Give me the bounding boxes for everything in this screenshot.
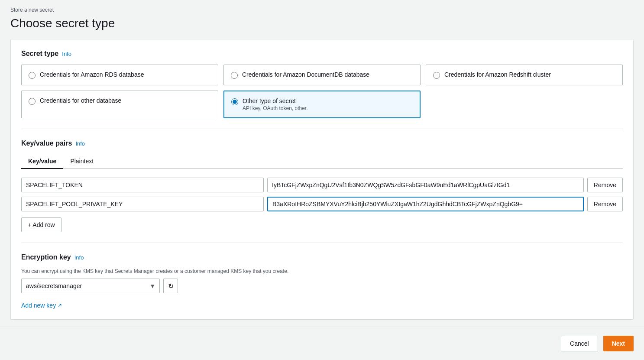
option-rds-label: Credentials for Amazon RDS database [40, 71, 144, 78]
footer-bar: Cancel Next [0, 327, 644, 360]
tab-keyvalue[interactable]: Key/value [21, 154, 63, 169]
secret-type-header: Secret type Info [21, 50, 623, 58]
page-title: Choose secret type [10, 16, 634, 30]
kv-key-1[interactable] [21, 178, 264, 192]
option-other-label: Other type of secret [243, 97, 308, 104]
radio-redshift[interactable] [433, 72, 440, 79]
kv-value-2[interactable] [267, 197, 584, 211]
add-row-button[interactable]: + Add row [21, 217, 61, 232]
encryption-select-wrap: aws/secretsmanager ▼ [21, 279, 160, 293]
add-key-link-label: Add new key [21, 302, 56, 309]
encryption-key-select[interactable]: aws/secretsmanager [21, 279, 160, 293]
encryption-description: You can encrypt using the KMS key that S… [21, 268, 623, 274]
kv-tabs: Key/value Plaintext [21, 154, 623, 169]
radio-other-db[interactable] [29, 98, 36, 105]
refresh-icon: ↻ [168, 282, 174, 290]
option-rds[interactable]: Credentials for Amazon RDS database [21, 65, 218, 85]
remove-btn-2[interactable]: Remove [587, 197, 623, 211]
section-divider-1 [21, 129, 623, 129]
option-other-sublabel: API key, OAuth token, other. [243, 105, 308, 111]
kv-rows-container: Remove Remove [21, 178, 623, 211]
option-documentdb[interactable]: Credentials for Amazon DocumentDB databa… [223, 65, 421, 85]
kv-info-link[interactable]: Info [75, 140, 85, 147]
option-documentdb-label: Credentials for Amazon DocumentDB databa… [242, 71, 369, 78]
cancel-button[interactable]: Cancel [561, 336, 598, 351]
kv-value-1[interactable] [267, 178, 584, 192]
breadcrumb: Store a new secret [10, 7, 634, 13]
add-key-link[interactable]: Add new key ↗ [21, 302, 62, 309]
external-link-icon: ↗ [58, 302, 62, 308]
encryption-info-link[interactable]: Info [74, 254, 84, 261]
option-other[interactable]: Other type of secret API key, OAuth toke… [223, 91, 421, 118]
kv-row-1: Remove [21, 178, 623, 192]
option-redshift[interactable]: Credentials for Amazon Redshift cluster [426, 65, 623, 85]
option-other-db[interactable]: Credentials for other database [21, 91, 218, 118]
secret-type-row2: Credentials for other database Other typ… [21, 91, 623, 118]
secret-type-row1: Credentials for Amazon RDS database Cred… [21, 65, 623, 85]
encryption-section-header: Encryption key Info [21, 253, 623, 261]
option-other-db-label: Credentials for other database [40, 97, 121, 104]
kv-section-header: Key/value pairs Info [21, 139, 623, 147]
kv-label: Key/value pairs [21, 139, 72, 147]
radio-other[interactable] [231, 98, 238, 105]
section-divider-2 [21, 243, 623, 243]
encryption-label: Encryption key [21, 253, 71, 261]
encryption-row: aws/secretsmanager ▼ ↻ [21, 279, 623, 293]
radio-documentdb[interactable] [231, 72, 238, 79]
secret-type-info-link[interactable]: Info [62, 51, 71, 57]
radio-rds[interactable] [29, 72, 36, 79]
kv-key-2[interactable] [21, 197, 264, 211]
option-redshift-label: Credentials for Amazon Redshift cluster [444, 71, 551, 78]
remove-btn-1[interactable]: Remove [587, 178, 623, 192]
kv-row-2: Remove [21, 197, 623, 211]
main-card: Secret type Info Credentials for Amazon … [10, 39, 634, 320]
next-button[interactable]: Next [603, 336, 634, 351]
secret-type-label: Secret type [21, 50, 58, 58]
refresh-button[interactable]: ↻ [163, 279, 178, 293]
tab-plaintext[interactable]: Plaintext [63, 154, 100, 169]
